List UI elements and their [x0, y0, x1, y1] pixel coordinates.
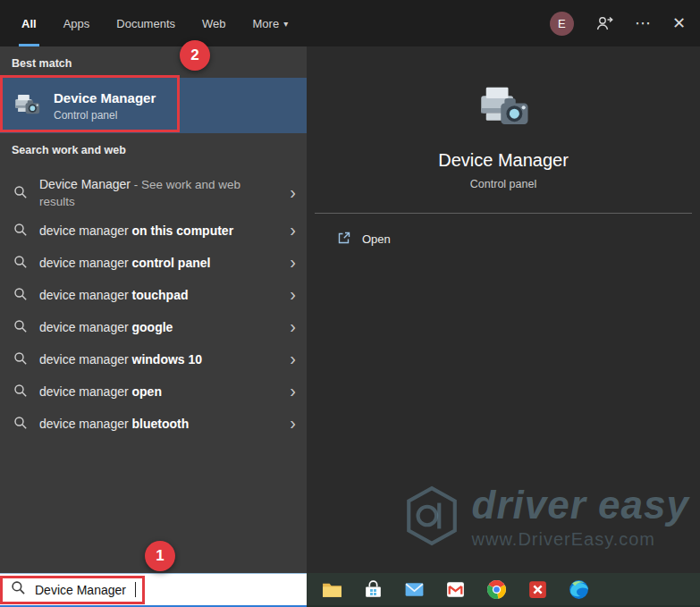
avatar[interactable]: E [550, 12, 574, 36]
preview-title: Device Manager [438, 150, 569, 171]
watermark-url: www.DriverEasy.com [472, 529, 689, 550]
watermark: driver easy www.DriverEasy.com [404, 485, 689, 550]
chevron-right-icon[interactable]: › [290, 253, 296, 273]
chevron-down-icon: ▾ [283, 19, 288, 29]
annotation-step-2-badge: 2 [180, 40, 210, 71]
suggestion-row-windows-10[interactable]: device manager windows 10 › [0, 343, 307, 375]
chevron-right-icon[interactable]: › [290, 382, 296, 401]
search-icon [13, 287, 28, 304]
suggestion-text: device manager open [39, 384, 278, 400]
chevron-right-icon[interactable]: › [290, 317, 296, 337]
preview-subtitle: Control panel [470, 178, 536, 190]
tab-all[interactable]: All [21, 0, 37, 46]
suggestion-row-google[interactable]: device manager google › [0, 311, 307, 343]
chrome-icon[interactable] [485, 578, 508, 601]
watermark-brand: driver easy [472, 485, 689, 525]
suggestion-text: Device Manager - See work and web result… [39, 176, 278, 210]
microsoft-store-icon[interactable] [362, 578, 384, 601]
drivereasy-logo-icon [404, 485, 460, 550]
suggestion-row-control-panel[interactable]: device manager control panel › [0, 247, 307, 279]
suggestion-row-on-this-computer[interactable]: device manager on this computer › [0, 215, 307, 247]
excel-x-icon[interactable] [527, 578, 549, 601]
search-icon [13, 384, 28, 400]
open-action[interactable]: Open [337, 231, 391, 248]
best-match-header: Best match [0, 46, 307, 78]
chevron-right-icon[interactable]: › [290, 221, 296, 240]
ellipsis-icon[interactable]: ⋯ [635, 15, 651, 31]
open-label: Open [362, 232, 391, 246]
file-explorer-icon[interactable] [321, 578, 343, 601]
suggestion-list: Device Manager - See work and web result… [0, 164, 307, 440]
suggestion-text: device manager windows 10 [39, 351, 278, 368]
tab-apps[interactable]: Apps [63, 0, 90, 46]
search-icon [13, 255, 28, 272]
mail-icon[interactable] [403, 578, 426, 601]
search-icon [13, 185, 28, 202]
preview-panel: Device Manager Control panel Open [307, 46, 700, 573]
annotation-rect-best-match [0, 75, 180, 132]
suggestion-text: device manager touchpad [39, 287, 278, 304]
suggestion-row-open[interactable]: device manager open › [0, 375, 307, 408]
topbar-actions: E ⋯ ✕ [550, 0, 686, 46]
annotation-step-1-badge: 1 [145, 541, 175, 571]
preview-divider [315, 213, 692, 214]
tab-web[interactable]: Web [202, 0, 226, 46]
windows-search-flyout: All Apps Documents Web More ▾ E ⋯ ✕ [0, 0, 700, 607]
suggestion-text: device manager google [39, 319, 278, 336]
user-account-icon[interactable] [595, 15, 613, 31]
close-icon[interactable]: ✕ [672, 15, 686, 31]
search-icon [13, 223, 28, 240]
suggestion-row-bluetooth[interactable]: device manager bluetooth › [0, 408, 307, 440]
suggestion-text: device manager on this computer [39, 223, 278, 240]
search-icon [13, 416, 28, 433]
suggestion-row-touchpad[interactable]: device manager touchpad › [0, 279, 307, 311]
chevron-right-icon[interactable]: › [290, 414, 296, 434]
chevron-right-icon[interactable]: › [290, 285, 296, 305]
open-icon [337, 231, 351, 248]
search-icon [13, 319, 28, 336]
annotation-rect-search-box [0, 576, 145, 604]
tab-documents[interactable]: Documents [116, 0, 175, 46]
suggestion-row-see-results[interactable]: Device Manager - See work and web result… [0, 172, 307, 215]
taskbar [307, 573, 700, 607]
gmail-icon[interactable] [444, 578, 467, 601]
search-topbar: All Apps Documents Web More ▾ E ⋯ ✕ [0, 0, 700, 46]
chevron-right-icon[interactable]: › [290, 183, 296, 203]
suggestion-text: device manager control panel [39, 255, 278, 272]
search-icon [13, 351, 28, 368]
edge-icon[interactable] [568, 578, 590, 601]
tab-more-label: More [253, 17, 280, 30]
chevron-right-icon[interactable]: › [290, 350, 296, 369]
tab-more[interactable]: More ▾ [253, 0, 289, 46]
suggestion-text: device manager bluetooth [39, 416, 278, 433]
device-manager-icon [474, 79, 533, 138]
search-filter-tabs: All Apps Documents Web More ▾ [21, 0, 288, 46]
search-work-web-header: Search work and web [0, 133, 307, 164]
